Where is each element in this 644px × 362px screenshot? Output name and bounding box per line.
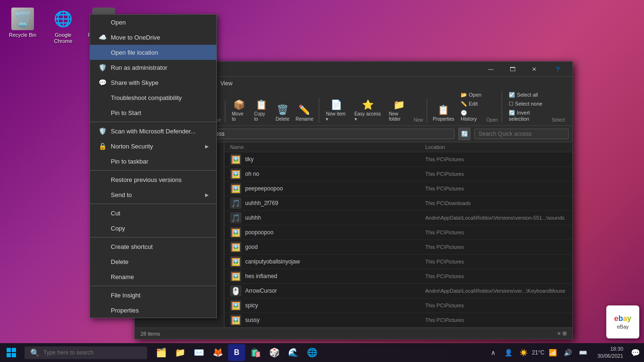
ebay-widget[interactable]: ebay eBay xyxy=(606,305,639,338)
file-item[interactable]: 🖼️ sussy This PC\Pictures xyxy=(224,313,572,328)
taskbar-clock[interactable]: 18:30 30/06/2021 xyxy=(594,346,627,360)
ribbon-delete-btn[interactable]: 🗑️ Delete xyxy=(273,103,292,123)
file-item[interactable]: 🖼️ good This PC\Pictures xyxy=(224,240,572,255)
taskbar-b-icon[interactable]: B xyxy=(228,344,245,361)
ribbon-rename-btn[interactable]: ✏️ Rename xyxy=(294,103,315,123)
taskbar-chrome-icon[interactable]: 🌐 xyxy=(304,344,321,361)
tray-keyboard-icon[interactable]: ⌨️ xyxy=(577,346,590,359)
file-icon: 🎵 xyxy=(230,197,241,209)
minimize-button[interactable]: — xyxy=(480,62,502,77)
file-location: This PC\Pictures xyxy=(425,244,567,250)
ribbon-selectnone-btn[interactable]: ☐ Select none xyxy=(506,100,550,108)
file-item[interactable]: 🖼️ tiky This PC\Pictures xyxy=(224,152,572,167)
refresh-button[interactable]: 🔄 xyxy=(458,128,471,140)
ribbon-history-btn[interactable]: 🕐 History xyxy=(458,109,485,123)
context-menu-item-send-to[interactable]: Send to▶ xyxy=(90,187,216,202)
taskbar-mail-icon[interactable]: ✉️ xyxy=(190,344,207,361)
grid-view-icon[interactable]: ⊞ xyxy=(562,330,567,337)
file-item[interactable]: 🖱️ ArrowCursor Andre\AppData\Local\Roblo… xyxy=(224,284,572,298)
context-menu-item-open-file-location[interactable]: Open file location xyxy=(90,45,216,60)
context-menu-item-scan-defender[interactable]: 🛡️Scan with Microsoft Defender... xyxy=(90,123,216,139)
taskbar-pinned-icons: 🗂️ 📁 ✉️ 🦊 B 🛍️ 🎲 🌊 🌐 xyxy=(153,344,321,361)
context-menu-item-file-insight[interactable]: File Insight xyxy=(90,288,216,303)
context-menu-item-copy[interactable]: Copy xyxy=(90,221,216,236)
context-menu-item-run-as-admin[interactable]: 🛡️Run as administrator xyxy=(90,60,216,75)
desktop-icon-recycle-bin[interactable]: 🗑️ Recycle Bin xyxy=(5,5,41,41)
menu-item-label: Send to xyxy=(111,191,205,198)
file-location: This PC\Pictures xyxy=(425,171,567,177)
desktop-icon-chrome[interactable]: 🌐 Google Chrome xyxy=(45,5,81,47)
taskbar-search-box[interactable]: 🔍 xyxy=(25,346,147,359)
svg-rect-2 xyxy=(7,353,11,357)
tray-people-icon[interactable]: 👤 xyxy=(502,346,515,359)
ribbon-moveto-btn[interactable]: 📦 Move to xyxy=(229,98,249,123)
menu-icon xyxy=(98,305,107,315)
tray-weather-icon[interactable]: ☀️ xyxy=(517,346,530,359)
context-menu-item-cut[interactable]: Cut xyxy=(90,206,216,221)
menu-icon xyxy=(98,190,107,199)
context-menu-item-rename[interactable]: Rename xyxy=(90,269,216,284)
file-item[interactable]: 🖼️ spicy This PC\Pictures xyxy=(224,298,572,313)
address-input[interactable] xyxy=(187,129,454,139)
context-menu-item-open[interactable]: Open xyxy=(90,15,216,30)
system-tray: ∧ 👤 ☀️ 21°C 📶 🔊 ⌨️ xyxy=(483,346,594,359)
tray-chevron[interactable]: ∧ xyxy=(487,346,500,359)
context-menu-item-create-shortcut[interactable]: Create shortcut xyxy=(90,239,216,254)
ribbon-invertsel-btn[interactable]: 🔄 Invert selection xyxy=(506,109,550,123)
taskbar-edge-icon[interactable]: 🌊 xyxy=(285,344,302,361)
context-menu-item-pin-to-start[interactable]: Pin to Start xyxy=(90,105,216,120)
context-menu-item-properties[interactable]: Properties xyxy=(90,303,216,318)
file-item[interactable]: 🖼️ hes inflamed This PC\Pictures xyxy=(224,269,572,284)
ribbon-easaccess-btn[interactable]: ⭐ Easy access ▾ xyxy=(352,98,384,123)
ribbon-properties-btn[interactable]: 📋 Properties xyxy=(431,103,456,123)
file-item[interactable]: 🖼️ caniputyoballsinyojaw This PC\Picture… xyxy=(224,255,572,269)
context-menu-separator xyxy=(90,122,216,122)
ribbon-newitem-btn[interactable]: 📄 New item ▾ xyxy=(323,98,349,123)
help-button[interactable]: ? xyxy=(547,62,569,77)
windows-icon xyxy=(7,348,16,357)
taskview-icon[interactable]: 🗂️ xyxy=(153,344,170,361)
tray-volume-icon[interactable]: 🔊 xyxy=(561,346,575,359)
context-menu-item-restore-prev[interactable]: Restore previous versions xyxy=(90,172,216,187)
context-menu-item-troubleshoot-compat[interactable]: Troubleshoot compatibility xyxy=(90,90,216,105)
menu-item-label: Copy xyxy=(111,225,209,232)
list-view-icon[interactable]: ≡ xyxy=(558,330,561,337)
ribbon-selectall-btn[interactable]: ☑️ Select all xyxy=(506,91,550,99)
search-input[interactable] xyxy=(474,129,569,139)
taskbar-firefox-icon[interactable]: 🦊 xyxy=(209,344,226,361)
moveto-icon: 📦 xyxy=(233,99,245,110)
file-item[interactable]: 🖼️ oh no This PC\Pictures xyxy=(224,167,572,181)
context-menu-item-share-with-skype[interactable]: 💬Share with Skype xyxy=(90,75,216,90)
ebay-logo: ebay xyxy=(614,314,632,323)
tray-network-icon[interactable]: 📶 xyxy=(546,346,560,359)
context-menu-separator xyxy=(90,286,216,286)
context-menu-item-norton-security[interactable]: 🔒Norton Security▶ xyxy=(90,139,216,154)
menu-icon xyxy=(98,257,107,266)
ribbon-open-btn[interactable]: 📂 Open xyxy=(458,91,485,99)
notification-center-button[interactable]: 💬 xyxy=(627,343,644,362)
file-icon: 🖼️ xyxy=(230,168,241,180)
file-item[interactable]: 🎵 uuhhh Andre\AppData\Local\Roblox\Versi… xyxy=(224,211,572,225)
file-item[interactable]: 🖼️ peepeepoopoo This PC\Pictures xyxy=(224,181,572,196)
context-menu-item-move-to-onedrive[interactable]: ☁️Move to OneDrive xyxy=(90,30,216,45)
ribbon-group-select: ☑️ Select all ☐ Select none 🔄 Invert sel… xyxy=(506,91,569,123)
menu-item-label: Open file location xyxy=(111,49,209,56)
ribbon-edit-btn[interactable]: ✏️ Edit xyxy=(458,100,485,108)
taskbar-explorer-icon[interactable]: 📁 xyxy=(172,344,189,361)
start-button[interactable] xyxy=(0,343,23,362)
ribbon-copyto-btn[interactable]: 📋 Copy to xyxy=(251,98,271,123)
maximize-button[interactable]: 🗖 xyxy=(502,62,523,77)
close-button[interactable]: ✕ xyxy=(523,62,545,77)
taskbar-game-icon[interactable]: 🎲 xyxy=(266,344,283,361)
context-menu-item-delete[interactable]: Delete xyxy=(90,254,216,269)
file-item[interactable]: 🎵 uuhhh_2f769 This PC\Downloads xyxy=(224,196,572,211)
context-menu-item-pin-to-taskbar[interactable]: Pin to taskbar xyxy=(90,154,216,169)
clock-date: 30/06/2021 xyxy=(597,353,623,360)
ribbon-newfolder-btn[interactable]: 📁 New folder xyxy=(386,98,412,123)
file-item[interactable]: 🖼️ poopoopoo This PC\Pictures xyxy=(224,225,572,240)
tab-view[interactable]: View xyxy=(215,79,238,88)
taskbar-store-icon[interactable]: 🛍️ xyxy=(247,344,264,361)
file-location: This PC\Pictures xyxy=(425,303,567,308)
taskbar: 🔍 🗂️ 📁 ✉️ 🦊 B 🛍️ 🎲 🌊 🌐 ∧ 👤 ☀️ 21°C 📶 🔊 ⌨… xyxy=(0,343,644,362)
taskbar-search-input[interactable] xyxy=(43,349,141,356)
